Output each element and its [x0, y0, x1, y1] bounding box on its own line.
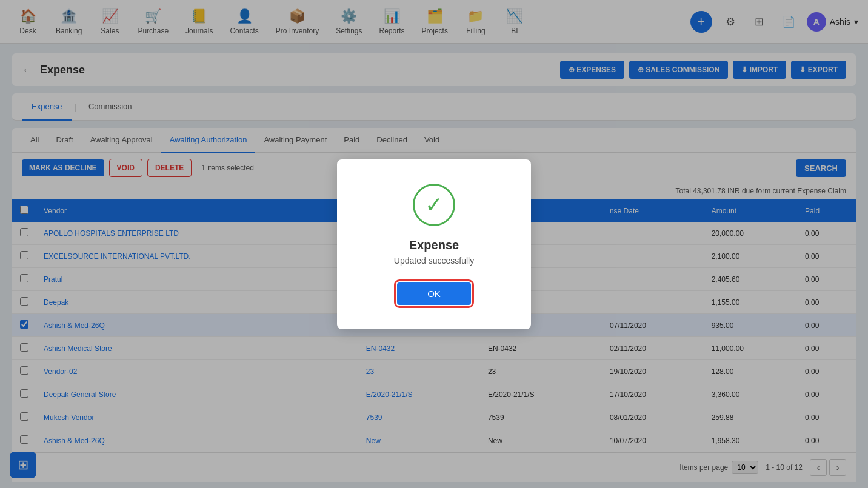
modal-subtitle: Updated successfully — [367, 256, 501, 266]
checkmark-icon: ✓ — [425, 192, 443, 218]
modal-title: Expense — [367, 238, 501, 252]
modal-overlay: ✓ Expense Updated successfully OK — [0, 0, 868, 488]
modal-ok-button[interactable]: OK — [397, 282, 471, 305]
modal: ✓ Expense Updated successfully OK — [337, 159, 531, 329]
success-icon: ✓ — [413, 184, 455, 226]
